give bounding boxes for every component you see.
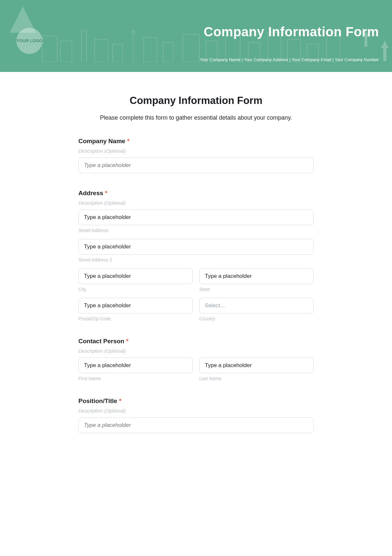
field-company-name: Company Name * Description (Optional) [78,138,314,173]
desc-position: Description (Optional) [78,408,314,413]
svg-rect-1 [60,41,72,62]
input-postal[interactable] [78,298,193,313]
input-company-name[interactable] [78,158,314,173]
sublabel-state: State [199,287,314,292]
header-subtitle: Your Company Name | Your Company Address… [200,57,379,62]
header-banner: YOUR LOGO Company Information Form Your … [0,0,392,72]
input-city[interactable] [78,268,193,284]
sublabel-last-name: Last Name [199,376,314,381]
svg-rect-0 [42,36,57,62]
desc-company-name: Description (Optional) [78,148,314,154]
field-address: Address * Description (Optional) Street … [78,190,314,321]
desc-contact: Description (Optional) [78,348,314,354]
sublabel-postal: Postal/Zip Code [78,316,193,321]
input-state[interactable] [199,268,314,284]
input-street1[interactable] [78,210,314,225]
page-title: Company Information Form [78,95,314,107]
arrow-up-icon [381,41,389,48]
svg-rect-5 [144,38,157,62]
sublabel-country: Country [199,316,314,321]
header-title: Company Information Form [204,25,379,39]
sublabel-street1: Street Address [78,228,314,233]
sublabel-street2: Street Address 2 [78,257,314,262]
sublabel-city: City [78,287,193,292]
input-position[interactable] [78,417,314,433]
select-country[interactable]: Select... [199,298,314,313]
svg-rect-6 [163,42,173,62]
sublabel-first-name: First Name [78,376,193,381]
label-company-name: Company Name * [78,138,314,145]
field-contact-person: Contact Person * Description (Optional) … [78,338,314,381]
logo-placeholder: YOUR LOGO [16,28,42,54]
input-street2[interactable] [78,239,314,255]
input-last-name[interactable] [199,358,314,373]
page-subtitle: Please complete this form to gather esse… [78,114,314,121]
label-position: Position/Title * [78,397,314,405]
svg-rect-2 [95,39,108,62]
label-contact: Contact Person * [78,338,314,345]
form-container: Company Information Form Please complete… [72,95,320,469]
input-first-name[interactable] [78,358,193,373]
label-address: Address * [78,190,314,197]
field-position: Position/Title * Description (Optional) [78,397,314,433]
desc-address: Description (Optional) [78,200,314,206]
svg-rect-3 [113,44,122,62]
svg-rect-7 [183,34,199,62]
